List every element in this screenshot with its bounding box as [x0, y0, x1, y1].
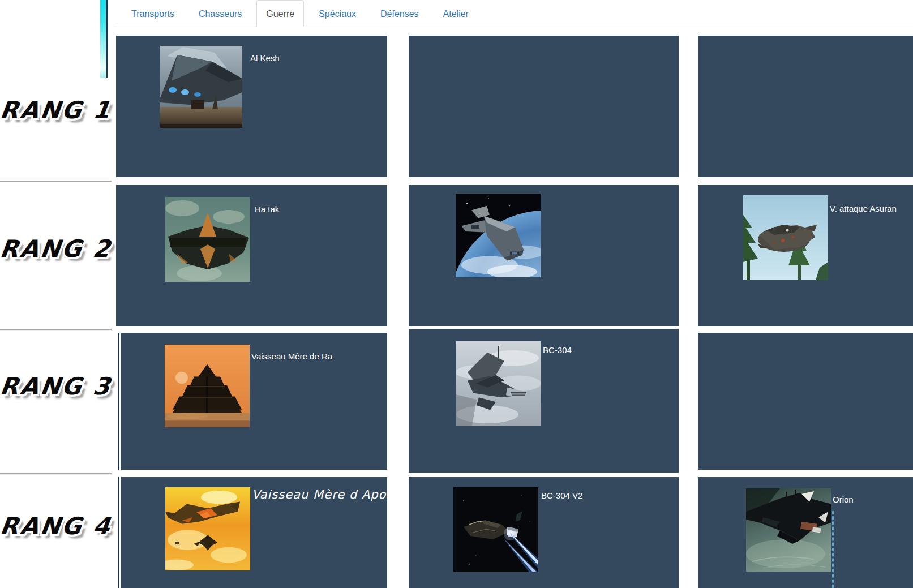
rank-divider: [0, 473, 112, 475]
rank-divider: [0, 329, 112, 331]
ship-name-label: Orion: [833, 495, 854, 504]
tab-speciaux[interactable]: Spéciaux: [309, 0, 366, 27]
ra-mothership-image: [165, 345, 250, 427]
ship-name-label: Al Kesh: [250, 53, 280, 63]
rank-divider: [0, 181, 112, 182]
card-apophis-mothership[interactable]: Vaisseau Mère d Apophis: [121, 477, 387, 588]
asuran-attack-ship-image: [743, 195, 828, 280]
ship-name-label: Vaisseau Mère d Apophis: [252, 488, 413, 501]
rank-label-2: RANG 2: [0, 231, 114, 267]
card-empty-slot: [409, 36, 679, 177]
rank-label-1: RANG 1: [0, 92, 114, 128]
dashed-cursor-line: [832, 511, 834, 588]
ship-name-label: Vaisseau Mère de Ra: [251, 351, 332, 361]
card-bc-304-v2[interactable]: BC-304 V2: [409, 477, 679, 588]
ship-name-label: V. attaque Asuran: [830, 204, 897, 213]
category-tabs: Transports Chasseurs Guerre Spéciaux Déf…: [115, 0, 913, 27]
bc-304-v2-ship-image: [453, 487, 538, 572]
bc-304-ship-image: [456, 341, 541, 426]
tab-defenses[interactable]: Défenses: [371, 0, 428, 27]
tab-guerre[interactable]: Guerre: [256, 0, 304, 27]
ha-tak-ship-image: [165, 197, 250, 282]
gradient-strip-decoration: [100, 0, 108, 78]
tab-chasseurs[interactable]: Chasseurs: [189, 0, 251, 27]
card-ra-mothership[interactable]: Vaisseau Mère de Ra: [121, 333, 387, 470]
ship-name-label: Ha tak: [255, 204, 279, 214]
card-bc-304[interactable]: BC-304: [409, 329, 679, 473]
apophis-mothership-image: [165, 487, 250, 570]
card-empty-slot: [698, 333, 913, 470]
bc-304-orbit-ship-image: [456, 194, 541, 277]
rank-label-3: RANG 3: [0, 368, 114, 405]
card-ha-tak[interactable]: Ha tak: [116, 185, 387, 326]
card-asuran-attack[interactable]: V. attaque Asuran: [698, 185, 913, 326]
orion-ship-image: [746, 488, 831, 572]
card-al-kesh[interactable]: Al Kesh: [116, 36, 387, 177]
card-empty-slot: [698, 36, 913, 177]
card-left-border-line: [118, 333, 119, 470]
card-orion[interactable]: Orion: [698, 477, 913, 588]
rank-label-4: RANG 4: [0, 508, 114, 544]
tab-transports[interactable]: Transports: [122, 0, 184, 27]
ship-name-label: BC-304: [543, 345, 572, 355]
card-left-border-line: [118, 477, 119, 588]
tab-atelier[interactable]: Atelier: [434, 0, 478, 27]
card-bc304-orbit[interactable]: [409, 185, 679, 326]
al-kesh-ship-image: [160, 46, 242, 128]
ship-name-label: BC-304 V2: [541, 491, 582, 500]
